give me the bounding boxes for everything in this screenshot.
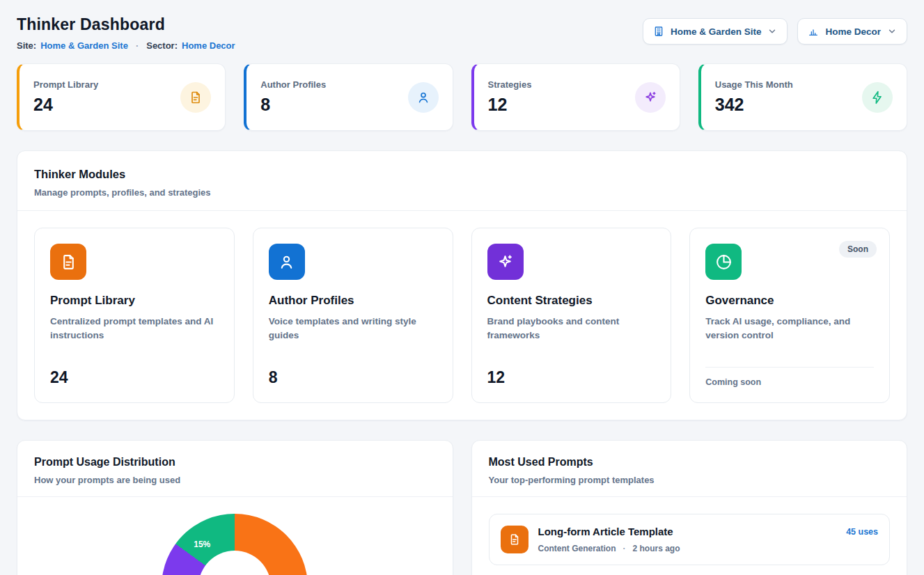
module-description: Brand playbooks and content frameworks bbox=[487, 315, 656, 343]
stat-value: 8 bbox=[260, 95, 326, 115]
stat-text: Strategies 12 bbox=[488, 79, 532, 115]
building-icon bbox=[653, 26, 664, 37]
thinker-modules-section: Thinker Modules Manage prompts, profiles… bbox=[17, 150, 907, 420]
document-icon bbox=[50, 244, 86, 280]
lightning-icon bbox=[862, 82, 893, 113]
site-label: Site: bbox=[17, 40, 36, 51]
prompt-item-meta: Content Generation · 2 hours ago bbox=[538, 544, 680, 553]
modules-title: Thinker Modules bbox=[34, 168, 890, 181]
sector-selector-label: Home Decor bbox=[825, 26, 881, 37]
bottom-row: Prompt Usage Distribution How your promp… bbox=[17, 440, 907, 575]
module-description: Track AI usage, compliance, and version … bbox=[705, 315, 874, 343]
module-title: Prompt Library bbox=[50, 294, 219, 308]
prompts-card-subtitle: Your top-performing prompt templates bbox=[489, 475, 891, 485]
stat-text: Author Profiles 8 bbox=[260, 79, 326, 115]
stat-label: Usage This Month bbox=[715, 79, 793, 90]
usage-card-title: Prompt Usage Distribution bbox=[34, 456, 436, 468]
module-card-governance[interactable]: Soon Governance Track AI usage, complian… bbox=[689, 228, 890, 403]
stat-label: Prompt Library bbox=[33, 79, 98, 90]
sparkle-icon bbox=[635, 82, 666, 113]
module-card-content-strategies[interactable]: Content Strategies Brand playbooks and c… bbox=[471, 228, 672, 403]
most-used-prompts-card: Most Used Prompts Your top-performing pr… bbox=[471, 440, 908, 575]
usage-card-header: Prompt Usage Distribution How your promp… bbox=[17, 441, 453, 496]
chart-area: 15% bbox=[17, 497, 453, 575]
module-description: Voice templates and writing style guides bbox=[269, 315, 437, 343]
person-icon bbox=[408, 82, 439, 113]
stat-card-strategies: Strategies 12 bbox=[471, 63, 680, 131]
stat-text: Prompt Library 24 bbox=[33, 79, 98, 115]
prompt-item-time: 2 hours ago bbox=[633, 544, 680, 553]
module-title: Content Strategies bbox=[487, 294, 656, 308]
chevron-down-icon bbox=[767, 26, 777, 36]
stat-value: 12 bbox=[488, 95, 532, 115]
document-icon bbox=[501, 526, 528, 553]
site-selector-label: Home & Garden Site bbox=[671, 26, 762, 37]
header-controls: Home & Garden Site Home Decor bbox=[643, 11, 907, 45]
prompts-card-title: Most Used Prompts bbox=[489, 456, 891, 468]
prompt-list-item[interactable]: Long-form Article Template Content Gener… bbox=[489, 514, 891, 565]
modules-header: Thinker Modules Manage prompts, profiles… bbox=[17, 151, 907, 210]
sector-label: Sector: bbox=[146, 40, 178, 51]
sector-link[interactable]: Home Decor bbox=[182, 40, 235, 51]
chevron-down-icon bbox=[887, 26, 897, 36]
breadcrumb: Site: Home & Garden Site · Sector: Home … bbox=[17, 40, 235, 51]
modules-grid: Prompt Library Centralized prompt templa… bbox=[17, 211, 907, 420]
module-title: Governance bbox=[705, 294, 874, 308]
stat-text: Usage This Month 342 bbox=[715, 79, 793, 115]
title-block: Thinker Dashboard Site: Home & Garden Si… bbox=[17, 11, 235, 51]
site-selector-dropdown[interactable]: Home & Garden Site bbox=[643, 18, 788, 45]
divider bbox=[472, 496, 907, 497]
stat-card-usage: Usage This Month 342 bbox=[698, 63, 907, 131]
site-link[interactable]: Home & Garden Site bbox=[40, 40, 128, 51]
donut-chart: 15% bbox=[162, 514, 308, 575]
stat-label: Strategies bbox=[488, 79, 532, 90]
prompt-item-text: Long-form Article Template Content Gener… bbox=[538, 526, 680, 553]
prompt-item-title: Long-form Article Template bbox=[538, 526, 680, 537]
divider bbox=[705, 367, 874, 368]
module-title: Author Profiles bbox=[269, 294, 437, 308]
usage-card-subtitle: How your prompts are being used bbox=[34, 475, 436, 485]
coming-soon-text: Coming soon bbox=[705, 377, 874, 387]
module-description: Centralized prompt templates and AI inst… bbox=[50, 315, 219, 343]
sparkle-icon bbox=[487, 244, 524, 280]
prompt-item-category: Content Generation bbox=[538, 544, 616, 553]
document-icon bbox=[180, 82, 211, 113]
stat-card-prompt-library: Prompt Library 24 bbox=[17, 63, 226, 131]
prompt-usage-card: Prompt Usage Distribution How your promp… bbox=[17, 440, 453, 575]
person-icon bbox=[269, 244, 305, 280]
sector-selector-dropdown[interactable]: Home Decor bbox=[797, 18, 907, 45]
pie-chart-icon bbox=[705, 244, 742, 280]
donut-hole bbox=[198, 551, 271, 575]
bar-chart-icon bbox=[808, 26, 819, 37]
stat-card-author-profiles: Author Profiles 8 bbox=[244, 63, 453, 131]
stats-row: Prompt Library 24 Author Profiles 8 Stra… bbox=[17, 63, 907, 131]
stat-label: Author Profiles bbox=[260, 79, 326, 90]
module-count: 12 bbox=[487, 357, 656, 387]
separator-dot: · bbox=[623, 544, 626, 553]
stat-value: 342 bbox=[715, 95, 793, 115]
module-count: 8 bbox=[269, 357, 437, 387]
prompt-item-uses: 45 uses bbox=[846, 526, 878, 537]
page-title: Thinker Dashboard bbox=[17, 15, 235, 34]
dashboard-page: Thinker Dashboard Site: Home & Garden Si… bbox=[0, 0, 924, 575]
separator-dot: · bbox=[136, 40, 139, 51]
module-card-author-profiles[interactable]: Author Profiles Voice templates and writ… bbox=[253, 228, 453, 403]
module-card-prompt-library[interactable]: Prompt Library Centralized prompt templa… bbox=[34, 228, 235, 403]
donut-segment-label: 15% bbox=[194, 539, 210, 549]
module-count: 24 bbox=[50, 357, 219, 387]
prompts-card-header: Most Used Prompts Your top-performing pr… bbox=[472, 441, 907, 496]
header: Thinker Dashboard Site: Home & Garden Si… bbox=[17, 11, 907, 51]
modules-subtitle: Manage prompts, profiles, and strategies bbox=[34, 187, 890, 198]
soon-badge: Soon bbox=[839, 241, 877, 258]
stat-value: 24 bbox=[33, 95, 98, 115]
